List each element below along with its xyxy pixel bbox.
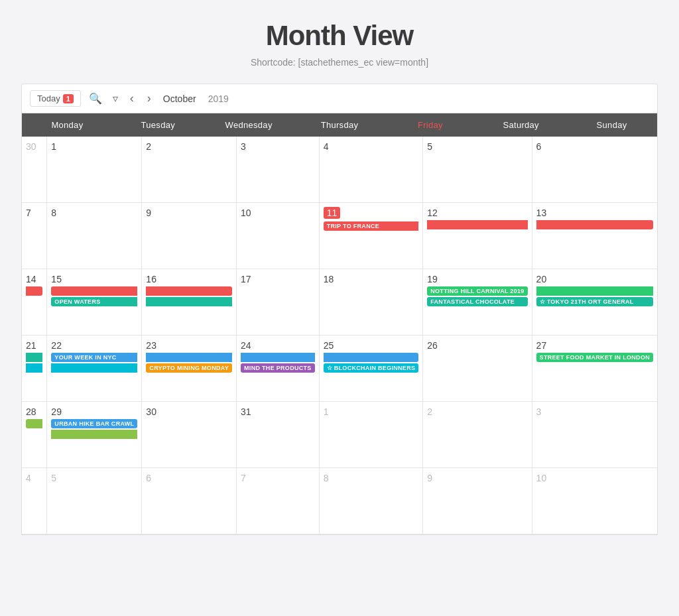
day-number: 26 [427,341,438,350]
day-number: 24 [241,341,251,350]
day-number: 9 [146,208,151,217]
day-number: 9 [427,473,432,483]
cal-cell: 3 [237,137,320,203]
month-label: October [163,93,196,104]
event-bar[interactable] [324,353,419,362]
day-number: 30 [26,142,36,151]
event-bar[interactable] [146,353,232,362]
day-number: 28 [26,407,36,416]
day-number: 27 [536,341,547,350]
event-bar[interactable]: URBAN HIKE BAR CRAWL [51,419,137,428]
cal-cell: 19NOTTING HILL CARNIVAL 2019FANTASTICAL … [423,269,532,336]
day-number: 15 [51,275,62,284]
event-bar[interactable]: YOUR WEEK IN NYC [51,353,137,362]
cal-cell: 24 MIND THE PRODUCTS [237,336,320,402]
event-bar[interactable]: NOTTING HILL CARNIVAL 2019 [427,286,527,296]
day-number: 14 [26,275,36,284]
shortcode-label: Shortcode: [stachethemes_ec view=month] [13,57,666,68]
event-bar[interactable] [427,220,527,229]
cal-cell: 13 [532,203,657,269]
cal-cell: 30 [22,137,47,203]
cal-cell: 21 [22,336,47,402]
calendar-grid: 301234567891011TRIP TO FRANCE12 13 14 15… [22,137,657,534]
day-number: 23 [146,341,156,350]
year-label: 2019 [208,93,229,104]
cal-cell: 7 [22,203,47,269]
event-bar[interactable]: TRIP TO FRANCE [324,221,419,231]
today-button[interactable]: Today 1 [30,90,81,107]
day-number: 7 [241,473,246,483]
filter-icon[interactable]: ▿ [110,90,121,107]
cal-cell: 11TRIP TO FRANCE [320,203,424,269]
cal-cell: 2 [423,402,532,468]
day-number: 1 [51,142,56,151]
event-bar[interactable] [26,286,42,296]
day-number: 21 [26,341,36,350]
today-badge: 1 [63,94,74,103]
event-bar[interactable] [26,353,42,362]
header-friday: Friday [385,113,475,137]
cal-cell: 9 [142,203,237,269]
cal-cell: 2 [142,137,237,203]
event-bar[interactable]: OPEN WATERS [51,297,137,306]
event-bar[interactable]: ☆ TOKYO 21TH ORT GENERAL [536,297,653,306]
search-icon[interactable]: 🔍 [86,90,105,107]
day-number: 29 [51,407,62,416]
cal-cell: 17 [237,269,320,336]
today-label: Today [37,93,60,103]
day-number: 17 [241,275,251,284]
day-number: 8 [324,473,329,483]
cal-cell: 3 [532,402,657,468]
cal-cell: 5 [47,468,142,534]
next-button[interactable]: › [143,90,155,107]
event-bar[interactable] [146,286,232,296]
cal-cell: 28 [22,402,47,468]
event-bar[interactable]: CRYPTO MINING MONDAY [146,363,232,373]
event-bar[interactable]: MIND THE PRODUCTS [241,363,315,373]
day-number: 7 [26,208,31,217]
cal-cell: 26 [423,336,532,402]
cal-cell: 10 [237,203,320,269]
day-number: 11 [324,207,341,219]
header-monday: Monday [22,113,113,137]
cal-cell: 30 [142,402,237,468]
cal-cell: 7 [237,468,320,534]
cal-cell: 31 [237,402,320,468]
event-bar[interactable] [146,297,232,306]
cal-cell: 25 ☆ BLOCKCHAIN BEGINNERS [320,336,424,402]
day-number: 10 [241,208,251,217]
cal-cell: 29URBAN HIKE BAR CRAWL [47,402,142,468]
event-bar[interactable] [51,286,137,296]
day-number: 4 [324,142,329,151]
cal-cell: 27STREET FOOD MARKET IN LONDON [532,336,657,402]
cal-cell: 8 [47,203,142,269]
cal-cell: 8 [320,468,424,534]
cal-cell: 16 [142,269,237,336]
cal-cell: 4 [22,468,47,534]
calendar-header: MondayTuesdayWednesdayThursdayFridaySatu… [22,113,657,137]
day-number: 2 [427,407,432,416]
event-bar[interactable] [26,363,42,373]
event-bar[interactable] [241,353,315,362]
cal-cell: 12 [423,203,532,269]
event-bar[interactable] [536,286,653,296]
calendar: MondayTuesdayWednesdayThursdayFridaySatu… [21,113,658,535]
day-number: 3 [536,407,542,416]
day-number: 3 [241,142,246,151]
prev-button[interactable]: ‹ [126,90,138,107]
page-title: Month View [13,20,666,52]
event-bar[interactable]: FANTASTICAL CHOCOLATE [427,297,527,306]
header-thursday: Thursday [294,113,385,137]
cal-cell: 23 CRYPTO MINING MONDAY [142,336,237,402]
event-bar[interactable]: ☆ BLOCKCHAIN BEGINNERS [324,363,419,373]
cal-cell: 20 ☆ TOKYO 21TH ORT GENERAL [532,269,657,336]
event-bar[interactable] [536,220,653,229]
day-number: 25 [324,341,334,350]
cal-cell: 18 [320,269,424,336]
event-bar[interactable] [51,430,137,439]
event-bar[interactable]: STREET FOOD MARKET IN LONDON [536,353,653,362]
event-bar[interactable] [26,419,42,428]
event-bar[interactable] [51,363,137,373]
day-number: 31 [241,407,251,416]
day-number: 19 [427,275,438,284]
